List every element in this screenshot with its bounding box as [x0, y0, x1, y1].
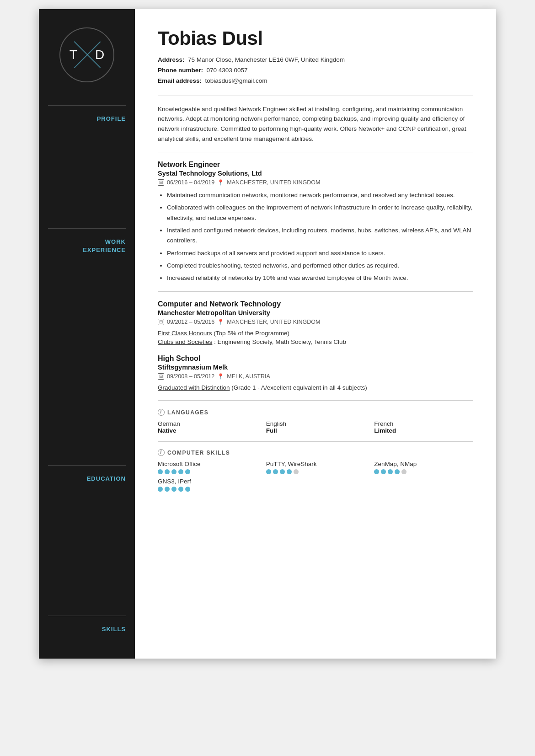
- edu-entry-1: High School Stiftsgymnasium Melk ⊟ 09/20…: [158, 354, 473, 391]
- lang-name-2: French: [374, 420, 473, 427]
- dot-3-3: [178, 487, 183, 492]
- dot-2-4: [401, 469, 407, 474]
- bullet-0-5: Increased reliability of networks by 10%…: [167, 273, 473, 283]
- edu-grad-text-1: Graduated with Distinction: [158, 384, 230, 391]
- sidebar-label-skills: SKILLS: [48, 625, 126, 633]
- divider-skills: [158, 400, 473, 401]
- edu-entry-0: Computer and Network Technology Manchest…: [158, 300, 473, 345]
- dot-2-1: [381, 469, 386, 474]
- job-location-0: MANCHESTER, UNITED KINGDOM: [227, 179, 320, 186]
- edu-date-0: 09/2012 – 05/2016: [167, 319, 214, 325]
- company-name-0: Systal Technology Solutions, Ltd: [158, 170, 473, 177]
- edu-school-1: Stiftsgymnasium Melk: [158, 364, 473, 371]
- profile-section: Knowledgeable and qualified Network Engi…: [158, 104, 473, 144]
- sidebar-divider-edu: [48, 465, 126, 466]
- divider-work: [158, 152, 473, 152]
- dot-2-2: [388, 469, 393, 474]
- dot-3-0: [158, 487, 163, 492]
- dot-0-3: [178, 469, 183, 474]
- skill-2: ZenMap, NMap: [374, 461, 473, 474]
- skill-name-1: PuTTY, WireShark: [266, 461, 365, 467]
- bullet-0-1: Collaborated with colleagues on the impr…: [167, 203, 473, 223]
- lang-level-1: Full: [266, 427, 365, 434]
- phone-label: Phone number:: [158, 67, 203, 74]
- sidebar-divider-skills: [48, 616, 126, 616]
- bullet-0-4: Completed troubleshooting, tested networ…: [167, 261, 473, 271]
- job-title-0: Network Engineer: [158, 161, 473, 169]
- sidebar-section-work: WORK EXPERIENCE: [48, 238, 126, 254]
- bullet-0-3: Performed backups of all servers and pro…: [167, 248, 473, 258]
- edu-grad-1: Graduated with Distinction (Grade 1 - A/…: [158, 384, 473, 391]
- lang-1: English Full: [266, 420, 365, 434]
- skill-dots-0: [158, 469, 257, 474]
- languages-grid: German Native English Full French Limite…: [158, 420, 473, 434]
- sidebar-label-profile: PROFILE: [48, 115, 126, 123]
- languages-title-text: LANGUAGES: [167, 409, 209, 416]
- initial-first: T: [67, 48, 80, 62]
- sidebar-label-edu: EDUCATION: [48, 475, 126, 483]
- dot-1-2: [280, 469, 285, 474]
- edu-meta-1: ⊟ 09/2008 – 05/2012 📍 MELK, AUSTRIA: [158, 373, 473, 380]
- address-line: Address: 75 Manor Close, Manchester LE16…: [158, 55, 473, 65]
- email-value: tobiasdusl@gmail.com: [205, 77, 268, 84]
- email-label: Email address:: [158, 77, 202, 84]
- pin-icon-0: 📍: [217, 179, 224, 186]
- lang-level-0: Native: [158, 427, 257, 434]
- header: Tobias Dusl Address: 75 Manor Close, Man…: [158, 27, 473, 86]
- skill-name-0: Microsoft Office: [158, 461, 257, 467]
- contact-info: Address: 75 Manor Close, Manchester LE16…: [158, 55, 473, 86]
- edu-honours-0: First Class Honours (Top 5% of the Progr…: [158, 330, 473, 337]
- computer-skills-title: i COMPUTER SKILLS: [158, 449, 473, 456]
- edu-location-1: MELK, AUSTRIA: [227, 373, 270, 380]
- dot-1-0: [266, 469, 271, 474]
- email-line: Email address: tobiasdusl@gmail.com: [158, 76, 473, 86]
- avatar-initials: T D: [60, 28, 113, 81]
- divider-computer-skills: [158, 441, 473, 442]
- skill-dots-2: [374, 469, 473, 474]
- sidebar-divider-profile: [48, 105, 126, 106]
- dot-1-1: [273, 469, 278, 474]
- candidate-name: Tobias Dusl: [158, 27, 473, 49]
- skill-name-3: GNS3, IPerf: [158, 478, 257, 485]
- lang-level-2: Limited: [374, 427, 473, 434]
- edu-clubs-label-0: Clubs and Societies: [158, 338, 212, 345]
- edu-calendar-icon-1: ⊟: [158, 373, 164, 380]
- profile-text: Knowledgeable and qualified Network Engi…: [158, 104, 473, 144]
- skill-1: PuTTY, WireShark: [266, 461, 365, 474]
- computer-skills-title-text: COMPUTER SKILLS: [167, 450, 230, 456]
- skill-name-2: ZenMap, NMap: [374, 461, 473, 467]
- languages-info-icon: i: [158, 409, 165, 416]
- dot-0-4: [185, 469, 190, 474]
- dot-1-3: [287, 469, 292, 474]
- address-value: 75 Manor Close, Manchester LE16 0WF, Uni…: [188, 56, 345, 63]
- initial-last: D: [93, 48, 107, 62]
- divider-edu: [158, 291, 473, 292]
- edu-location-0: MANCHESTER, UNITED KINGDOM: [227, 319, 320, 325]
- job-meta-0: ⊟ 06/2016 – 04/2019 📍 MANCHESTER, UNITED…: [158, 179, 473, 186]
- lang-2: French Limited: [374, 420, 473, 434]
- edu-date-1: 09/2008 – 05/2012: [167, 373, 214, 380]
- edu-clubs-0: Clubs and Societies : Engineering Societ…: [158, 338, 473, 345]
- dot-0-1: [165, 469, 170, 474]
- lang-0: German Native: [158, 420, 257, 434]
- address-label: Address:: [158, 56, 185, 63]
- sidebar-section-edu: EDUCATION: [48, 475, 126, 483]
- edu-degree-0: Computer and Network Technology: [158, 300, 473, 308]
- dot-3-1: [165, 487, 170, 492]
- edu-clubs-value-0: : Engineering Society, Math Society, Ten…: [214, 338, 346, 345]
- divider-profile: [158, 96, 473, 96]
- computer-info-icon: i: [158, 449, 165, 456]
- dot-2-0: [374, 469, 379, 474]
- dot-3-4: [185, 487, 190, 492]
- computer-skills-grid: Microsoft Office PuTTY, WireShark: [158, 461, 473, 492]
- main-content: Tobias Dusl Address: 75 Manor Close, Man…: [135, 9, 496, 659]
- lang-name-0: German: [158, 420, 257, 427]
- dot-2-3: [395, 469, 400, 474]
- phone-value: 070 4303 0057: [207, 67, 248, 74]
- dot-0-0: [158, 469, 163, 474]
- sidebar-divider-work: [48, 228, 126, 229]
- work-section: Network Engineer Systal Technology Solut…: [158, 161, 473, 283]
- languages-title: i LANGUAGES: [158, 409, 473, 416]
- sidebar-label-work: WORK EXPERIENCE: [48, 238, 126, 254]
- edu-honours-note-0: (Top 5% of the Programme): [214, 330, 289, 337]
